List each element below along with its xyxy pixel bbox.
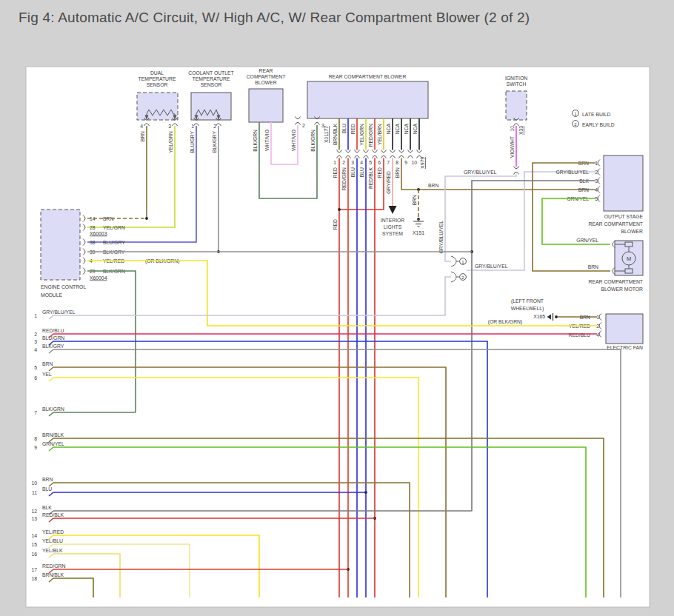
main-blower-label: REAR COMPARTMENT BLOWER bbox=[329, 74, 407, 79]
label: RED/BLK bbox=[368, 167, 373, 190]
label: 4 bbox=[360, 160, 363, 165]
wire-color-label-1: GRY/BLU/YEL bbox=[42, 309, 76, 315]
wire-color-label-8: BRN/BLK bbox=[42, 432, 64, 438]
label: REAR COMPARTMENT bbox=[589, 221, 643, 227]
label: WHT/VIO bbox=[291, 130, 296, 151]
label: 5 bbox=[369, 160, 372, 165]
label: NCA bbox=[395, 124, 400, 135]
label: 2 bbox=[595, 170, 598, 175]
label: VIO/WHT bbox=[510, 136, 515, 158]
label: RED bbox=[333, 219, 338, 230]
connector-x979-label: X979 bbox=[420, 157, 425, 169]
label: 3 bbox=[168, 124, 171, 129]
wire-color-label-7: BLK/GRN bbox=[42, 406, 64, 412]
wire-number-7: 7 bbox=[34, 410, 37, 415]
legend-late-build-label: LATE BUILD bbox=[582, 112, 610, 117]
wire-color-label-3: BLU/GRN bbox=[42, 335, 64, 341]
label: 28 bbox=[90, 225, 96, 230]
label: 7 bbox=[387, 160, 390, 165]
label: RED bbox=[377, 167, 382, 178]
label: 1 bbox=[333, 160, 336, 165]
label: SENSOR bbox=[147, 82, 168, 87]
wire-number-18: 18 bbox=[31, 576, 37, 581]
wire-number-17: 17 bbox=[31, 567, 37, 572]
ignition-switch bbox=[506, 91, 527, 120]
label: BLOWER MOTOR bbox=[601, 287, 643, 292]
or-blk-grn-note-fan: (OR BLK/GRN) bbox=[488, 319, 522, 325]
label: BRN bbox=[578, 187, 589, 192]
label: 4 bbox=[596, 332, 599, 338]
ground-x151-label: X151 bbox=[413, 230, 424, 235]
label: WHEELWELL) bbox=[511, 306, 544, 312]
wiring-diagram: 1LATE BUILD2EARLY BUILDDUALTEMPERATURESE… bbox=[0, 0, 674, 616]
label: BLU/GRY bbox=[190, 131, 195, 153]
wire-color-label-17: RED/GRN bbox=[42, 563, 65, 569]
label: TEMPERATURE bbox=[139, 76, 176, 81]
label: RED bbox=[350, 124, 356, 134]
label: 10 bbox=[510, 126, 515, 132]
label: RED/GRN bbox=[341, 167, 347, 190]
label: YEL/GRN bbox=[103, 225, 125, 230]
label: BLK/GRY bbox=[212, 131, 217, 153]
wire-color-label-2: RED/BLU bbox=[42, 328, 64, 333]
motor-letter: M bbox=[627, 255, 631, 262]
electric-fan bbox=[606, 314, 643, 344]
wheelwell-note: (LEFT FRONT bbox=[511, 298, 544, 304]
wire-number-6: 6 bbox=[34, 375, 37, 381]
or-blk-grn-note-ecm: (OR BLK/GRN) bbox=[145, 258, 179, 264]
wire-color-label-4: BLK/GRY bbox=[42, 344, 64, 349]
label: BRN bbox=[395, 167, 400, 178]
engine-control-module bbox=[41, 210, 80, 280]
label: NCA bbox=[404, 124, 409, 135]
wire-color-label-11: BLU bbox=[42, 486, 52, 492]
label: BLOWER bbox=[621, 229, 644, 234]
label: BLOWER bbox=[255, 80, 277, 85]
page: Fig 4: Automatic A/C Circuit, W/ High A/… bbox=[0, 0, 674, 616]
label: GRN/YEL bbox=[576, 238, 598, 243]
label: BRN bbox=[412, 195, 417, 205]
label: GRY/RED bbox=[386, 171, 391, 194]
label: 6 bbox=[378, 160, 381, 165]
label: 1 bbox=[191, 124, 194, 129]
label: BRN/BLK bbox=[333, 124, 338, 146]
label: SENSOR bbox=[201, 82, 222, 87]
label: SWITCH bbox=[507, 81, 527, 87]
wire-number-3: 3 bbox=[34, 339, 37, 344]
connector-x60003-label: X60003 bbox=[90, 231, 107, 236]
diagram-element bbox=[625, 242, 633, 247]
dual-temperature-sensor bbox=[137, 93, 178, 120]
label: BRN bbox=[580, 315, 590, 320]
label: 1 bbox=[596, 315, 599, 320]
wire-color-label-18: BRN/BLK bbox=[42, 572, 64, 578]
connector-x33-label: X33 bbox=[518, 126, 524, 135]
wire-color-label-14: YEL/RED bbox=[42, 529, 64, 535]
small-blower-label: REAR bbox=[259, 68, 273, 73]
wire-color-label-13: RED/BLK bbox=[42, 512, 64, 518]
wire-number-9: 9 bbox=[34, 445, 37, 450]
wire-number-2: 2 bbox=[34, 332, 37, 337]
label: 9 bbox=[404, 160, 407, 165]
wire-number-15: 15 bbox=[31, 542, 37, 547]
wire-color-label-15: YEL/BLU bbox=[42, 538, 63, 543]
label: YEL/BRN bbox=[377, 124, 382, 145]
ecm-caption: ENGINE CONTROL bbox=[41, 284, 86, 289]
interior-lights-label: INTERIOR bbox=[381, 218, 405, 223]
wire-number-8: 8 bbox=[34, 436, 37, 441]
wire-color-label-9: GRN/YEL bbox=[42, 441, 64, 446]
label: 2 bbox=[342, 160, 345, 165]
label: BLU bbox=[341, 124, 347, 133]
wire-number-13: 13 bbox=[31, 516, 37, 521]
label: BRN bbox=[428, 183, 438, 188]
label: MODULE bbox=[41, 292, 63, 298]
wire-color-label-16: YEL/BLK bbox=[42, 548, 63, 553]
label: BLU bbox=[359, 167, 364, 177]
output-stage-caption: OUTPUT STAGE bbox=[604, 214, 644, 219]
legend-early-build-label: EARLY BUILD bbox=[582, 122, 615, 127]
connector-x165-label: X165 bbox=[533, 314, 545, 319]
wire-color-label-5: BRN bbox=[42, 361, 53, 366]
label: GRY/BLU/YEL bbox=[438, 221, 444, 254]
rear-compartment-blower bbox=[307, 81, 428, 118]
junction-dot bbox=[145, 217, 148, 220]
wire-number-16: 16 bbox=[31, 552, 37, 557]
label: 3 bbox=[351, 160, 354, 165]
